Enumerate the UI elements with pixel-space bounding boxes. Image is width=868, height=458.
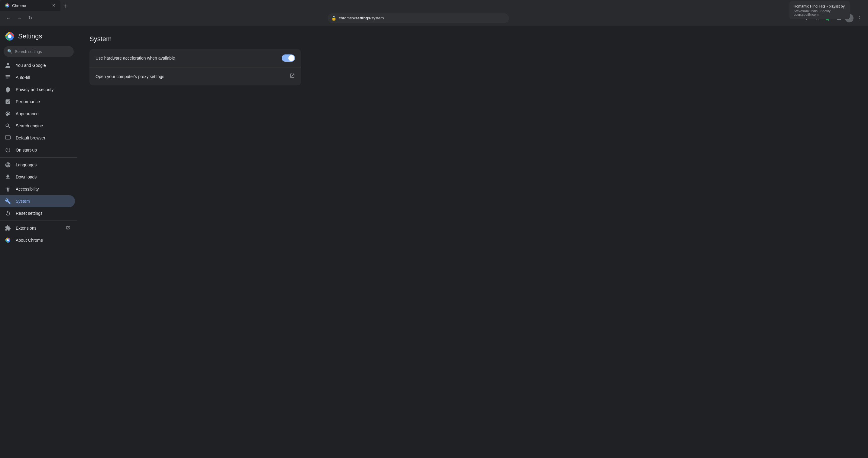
sidebar-item-label-reset: Reset settings [16, 211, 42, 216]
proxy-settings-external-icon [289, 73, 295, 80]
sidebar-item-label-privacy: Privacy and security [16, 87, 54, 92]
sidebar-item-label-performance: Performance [16, 99, 40, 104]
sidebar-item-reset-settings[interactable]: Reset settings [0, 207, 75, 219]
sidebar-item-label-startup: On start-up [16, 148, 37, 152]
shield-icon [5, 87, 11, 92]
sidebar-item-on-start-up[interactable]: On start-up [0, 144, 75, 156]
menu-button[interactable]: ⋮ [855, 13, 864, 23]
page-title: System [89, 35, 856, 43]
sidebar-item-label-default-browser: Default browser [16, 136, 45, 140]
tab-title: Chrome [12, 3, 50, 8]
sidebar-divider-2 [0, 221, 78, 221]
sidebar-item-downloads[interactable]: Downloads [0, 171, 75, 183]
hardware-acceleration-row: Use hardware acceleration when available [89, 49, 301, 67]
sidebar-item-you-and-google[interactable]: You and Google [0, 59, 75, 71]
sidebar-item-label-accessibility: Accessibility [16, 187, 39, 192]
settings-card: Use hardware acceleration when available… [89, 49, 301, 85]
sidebar-item-label-auto-fill: Auto-fill [16, 75, 30, 80]
sidebar: Settings 🔍 Search settings You and Googl… [0, 25, 78, 458]
sidebar-header: Settings [0, 28, 78, 46]
default-browser-icon [5, 135, 11, 141]
forward-button[interactable]: → [14, 13, 24, 23]
spotify-subtitle1: StevesAux India | Spotify [794, 9, 846, 13]
svg-rect-4 [6, 75, 10, 76]
proxy-settings-label: Open your computer's proxy settings [95, 74, 289, 79]
sidebar-item-system[interactable]: System [0, 195, 75, 207]
sidebar-search-bar[interactable]: 🔍 Search settings [4, 46, 74, 57]
active-tab[interactable]: Chrome ✕ [0, 0, 60, 11]
sidebar-item-label-extensions: Extensions [16, 226, 36, 230]
sidebar-item-appearance[interactable]: Appearance [0, 108, 75, 120]
extensions-icon [5, 225, 11, 231]
performance-icon [5, 98, 11, 105]
tab-close-icon[interactable]: ✕ [52, 3, 56, 8]
nav-buttons: ← → ↻ [4, 13, 35, 23]
tab-bar: Chrome ✕ + [0, 0, 868, 11]
svg-point-9 [7, 239, 9, 241]
chrome-logo [5, 31, 14, 41]
startup-icon [5, 147, 11, 153]
back-button[interactable]: ← [4, 13, 13, 23]
svg-point-3 [8, 34, 11, 38]
sidebar-settings-title: Settings [18, 32, 42, 40]
svg-rect-5 [6, 77, 10, 78]
auto-fill-icon [5, 75, 11, 81]
sidebar-item-label-search: Search engine [16, 123, 43, 128]
hardware-acceleration-label: Use hardware acceleration when available [95, 56, 282, 60]
proxy-settings-row[interactable]: Open your computer's proxy settings [89, 67, 301, 85]
downloads-icon [5, 174, 11, 180]
languages-icon [5, 162, 11, 168]
about-chrome-icon [5, 237, 11, 243]
refresh-button[interactable]: ↻ [25, 13, 35, 23]
sidebar-search-container: 🔍 Search settings [0, 46, 78, 59]
sidebar-item-label-you-and-google: You and Google [16, 63, 46, 68]
address-text: chrome://settings/system [339, 16, 384, 20]
person-icon [5, 62, 11, 68]
svg-point-1 [6, 4, 8, 6]
main-layout: Settings 🔍 Search settings You and Googl… [0, 25, 868, 458]
sidebar-item-privacy-security[interactable]: Privacy and security [0, 84, 75, 95]
sidebar-item-label-downloads: Downloads [16, 175, 37, 179]
sidebar-item-label-appearance: Appearance [16, 111, 39, 116]
secure-icon: 🔒 [331, 16, 336, 21]
address-bar[interactable]: 🔒 chrome://settings/system [328, 13, 509, 23]
svg-rect-6 [6, 78, 9, 79]
address-bar-container: 🔒 chrome://settings/system [37, 13, 799, 23]
sidebar-item-label-languages: Languages [16, 163, 37, 167]
svg-rect-7 [5, 136, 10, 139]
sidebar-item-accessibility[interactable]: Accessibility [0, 183, 75, 195]
sidebar-divider-1 [0, 157, 78, 158]
spotify-subtitle2: open.spotify.com [794, 13, 846, 16]
spotify-title: Romantic Hindi Hits - playlist by [794, 4, 846, 8]
browser-nav-bar: ← → ↻ 🔒 chrome://settings/system Romanti… [0, 11, 868, 25]
spotify-popup: Romantic Hindi Hits - playlist by Steves… [789, 1, 850, 19]
extensions-external-icon [66, 226, 70, 231]
appearance-icon [5, 111, 11, 117]
sidebar-item-extensions[interactable]: Extensions [0, 222, 75, 234]
sidebar-item-search-engine[interactable]: Search engine [0, 120, 75, 132]
sidebar-item-auto-fill[interactable]: Auto-fill [0, 71, 75, 84]
hardware-acceleration-toggle[interactable] [282, 54, 295, 62]
sidebar-item-label-system: System [16, 199, 30, 204]
content-area: System Use hardware acceleration when av… [78, 25, 868, 458]
sidebar-item-about-chrome[interactable]: About Chrome [0, 234, 75, 246]
toggle-thumb [288, 55, 294, 61]
sidebar-item-label-about-chrome: About Chrome [16, 238, 43, 242]
search-engine-icon [5, 123, 11, 129]
sidebar-search-placeholder: Search settings [15, 49, 42, 54]
system-icon [5, 198, 11, 204]
sidebar-item-performance[interactable]: Performance [0, 95, 75, 108]
new-tab-button[interactable]: + [60, 3, 70, 10]
sidebar-search-icon: 🔍 [7, 49, 12, 54]
sidebar-item-default-browser[interactable]: Default browser [0, 132, 75, 144]
reset-icon [5, 210, 11, 216]
sidebar-item-languages[interactable]: Languages [0, 159, 75, 171]
tab-favicon [5, 3, 10, 8]
accessibility-icon [5, 186, 11, 192]
